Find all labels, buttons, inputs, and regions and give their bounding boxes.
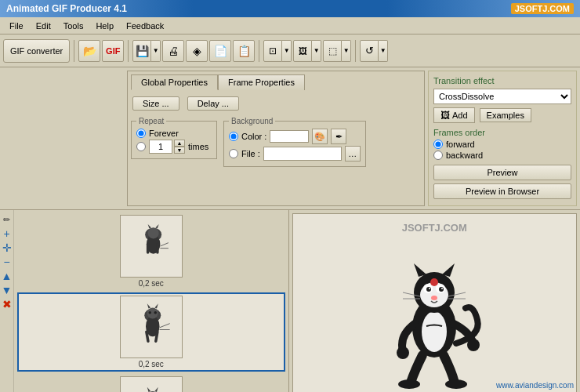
tab-frame-properties[interactable]: Frame Properties <box>218 74 305 90</box>
file-input[interactable] <box>263 147 342 161</box>
svg-point-57 <box>398 379 420 389</box>
gif-converter-button[interactable]: GIF converter <box>3 39 70 63</box>
repeat-section: Repeat Forever ▲ ▼ times <box>131 117 217 159</box>
settings-arrow[interactable]: ▼ <box>342 40 351 62</box>
transition-dropdown[interactable]: CrossDissolve <box>433 89 571 104</box>
delay-button[interactable]: Delay ... <box>187 96 239 111</box>
frame-cat-svg-2 <box>124 299 179 354</box>
svg-point-44 <box>439 287 444 292</box>
times-input[interactable] <box>149 140 172 154</box>
transition-buttons-row: 🖼 Add Examples <box>433 107 571 123</box>
svg-marker-13 <box>154 303 158 308</box>
backward-label: backward <box>446 151 483 160</box>
properties-buttons-row: Size ... Delay ... <box>131 95 421 112</box>
crop-arrow[interactable]: ▼ <box>282 40 292 62</box>
properties-panel: Global Properties Frame Properties Size … <box>127 71 425 206</box>
frame-item[interactable]: 0,2 sec <box>17 292 285 372</box>
menu-edit[interactable]: Edit <box>30 20 57 32</box>
svg-point-38 <box>422 311 447 352</box>
svg-point-55 <box>397 347 409 359</box>
image-button[interactable]: 🖼 <box>293 40 312 62</box>
content-row: ✏ + ✛ − ▲ ▼ ✖ <box>0 210 580 392</box>
tab-global-properties[interactable]: Global Properties <box>131 74 218 90</box>
up-icon[interactable]: ▲ <box>1 270 13 282</box>
browse-button[interactable]: … <box>345 146 361 162</box>
color-radio[interactable] <box>229 132 238 141</box>
frames-order-title: Frames order <box>433 128 571 137</box>
print-button[interactable]: 🖨 <box>162 40 184 62</box>
refresh-arrow[interactable]: ▼ <box>379 40 388 62</box>
doc-button[interactable]: 📄 <box>209 40 231 62</box>
frames-list: 0,2 sec <box>14 210 289 392</box>
spin-up[interactable]: ▲ <box>174 140 185 147</box>
times-radio[interactable] <box>136 142 146 151</box>
svg-point-45 <box>429 288 430 289</box>
minus-icon[interactable]: − <box>1 256 13 268</box>
color-radio-row: Color : 🎨 ✒ <box>229 129 361 144</box>
examples-button[interactable]: Examples <box>480 108 531 122</box>
frame-item[interactable]: 0,2 sec <box>17 375 285 392</box>
preview-svg <box>379 241 489 390</box>
gif-button[interactable]: GIF <box>102 40 124 62</box>
svg-line-7 <box>160 243 169 246</box>
save-arrow[interactable]: ▼ <box>151 40 161 62</box>
clipboard-button[interactable]: 📋 <box>233 40 255 62</box>
spin-arrows: ▲ ▼ <box>174 140 185 154</box>
preview-button[interactable]: Preview <box>433 165 571 180</box>
svg-marker-23 <box>147 387 150 392</box>
menu-feedback[interactable]: Feedback <box>120 20 170 32</box>
preview-browser-button[interactable]: Preview in Browser <box>433 183 571 199</box>
save-split[interactable]: 💾 ▼ <box>132 40 161 62</box>
crop-button[interactable]: ⊡ <box>263 40 282 62</box>
add-icon-btn[interactable]: + <box>1 227 13 240</box>
frame-thumbnail <box>120 215 183 278</box>
menu-help[interactable]: Help <box>89 20 120 32</box>
color-picker-button[interactable]: 🎨 <box>312 129 328 144</box>
svg-marker-49 <box>414 263 426 277</box>
times-radio-row: ▲ ▼ times <box>136 140 212 154</box>
frame-cat-svg <box>124 219 179 274</box>
forever-radio[interactable] <box>136 129 146 138</box>
transition-panel: Transition effect CrossDissolve 🖼 Add Ex… <box>428 71 577 206</box>
left-toolbar: ✏ + ✛ − ▲ ▼ ✖ <box>0 210 14 392</box>
down-icon[interactable]: ▼ <box>1 284 13 296</box>
refresh-split[interactable]: ↺ ▼ <box>360 40 388 62</box>
image-split[interactable]: 🖼 ▼ <box>293 40 321 62</box>
crop-split[interactable]: ⊡ ▼ <box>263 40 292 62</box>
spin-down[interactable]: ▼ <box>174 147 185 154</box>
refresh-button[interactable]: ↺ <box>360 40 379 62</box>
color-preview[interactable] <box>270 130 309 143</box>
svg-point-58 <box>445 379 467 389</box>
color-label: Color : <box>241 132 266 141</box>
repeat-legend: Repeat <box>136 117 166 125</box>
menu-file[interactable]: File <box>3 20 30 32</box>
image-arrow[interactable]: ▼ <box>312 40 321 62</box>
svg-marker-4 <box>155 224 158 228</box>
save-button[interactable]: 💾 <box>132 40 151 62</box>
gem-button[interactable]: ◈ <box>186 40 208 62</box>
svg-point-46 <box>441 288 443 289</box>
frame-label: 0,2 sec <box>139 279 164 288</box>
menu-bar: File Edit Tools Help Feedback <box>0 17 580 34</box>
add-transition-button[interactable]: 🖼 Add <box>433 107 475 123</box>
backward-radio-row: backward <box>433 151 571 160</box>
color-eyedropper-button[interactable]: ✒ <box>331 129 346 144</box>
menu-tools[interactable]: Tools <box>57 20 90 32</box>
title-logo: JSOFTJ.COM <box>511 3 574 14</box>
frame-item[interactable]: 0,2 sec <box>17 213 285 289</box>
property-tabs: Global Properties Frame Properties <box>131 74 421 90</box>
move-icon[interactable]: ✛ <box>1 241 13 254</box>
size-button[interactable]: Size ... <box>132 96 179 111</box>
forever-radio-row: Forever <box>136 129 212 138</box>
open-button[interactable]: 📂 <box>78 40 100 62</box>
svg-rect-6 <box>156 243 159 254</box>
forward-radio[interactable] <box>433 140 443 149</box>
delete-icon[interactable]: ✖ <box>1 298 13 310</box>
backward-radio[interactable] <box>433 151 443 160</box>
settings-button[interactable]: ⬚ <box>323 40 342 62</box>
svg-marker-24 <box>154 387 158 392</box>
settings-split[interactable]: ⬚ ▼ <box>323 40 351 62</box>
draw-icon[interactable]: ✏ <box>1 213 13 226</box>
file-radio[interactable] <box>229 149 238 158</box>
properties-row: Global Properties Frame Properties Size … <box>0 67 580 210</box>
